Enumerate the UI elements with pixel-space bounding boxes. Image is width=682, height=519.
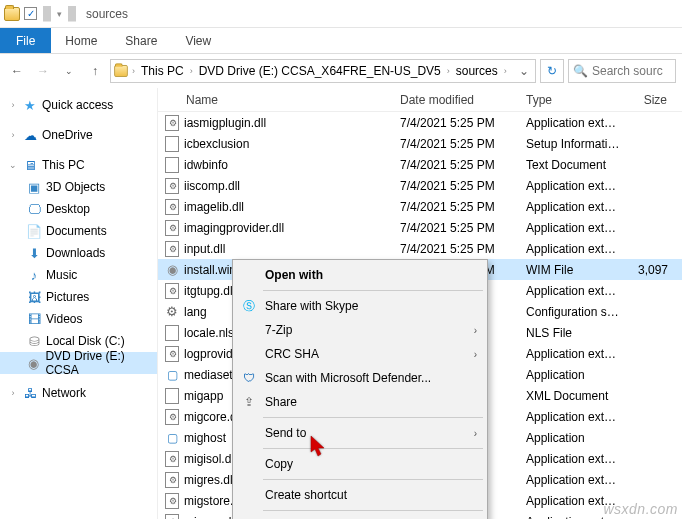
breadcrumb[interactable]: DVD Drive (E:) CCSA_X64FRE_EN-US_DV5 (196, 64, 444, 78)
nav-3d-objects[interactable]: ▣3D Objects (0, 176, 157, 198)
file-row[interactable]: input.dll7/4/2021 5:25 PMApplication ext… (158, 238, 682, 259)
nav-downloads[interactable]: ⬇Downloads (0, 242, 157, 264)
file-type: XML Document (520, 389, 626, 403)
ctx-open-with[interactable]: Open with (235, 263, 485, 287)
search-icon: 🔍 (573, 64, 588, 78)
file-date: 7/4/2021 5:25 PM (394, 242, 520, 256)
file-row[interactable]: idwbinfo7/4/2021 5:25 PMText Document (158, 154, 682, 175)
file-icon (164, 493, 180, 509)
qat-dropdown-icon[interactable]: ▾ (57, 9, 62, 19)
column-headers: Name Date modified Type Size (158, 88, 682, 112)
nav-dvd-drive[interactable]: ◉DVD Drive (E:) CCSA (0, 352, 157, 374)
file-icon (164, 325, 180, 341)
nav-pictures[interactable]: 🖼Pictures (0, 286, 157, 308)
column-date[interactable]: Date modified (394, 93, 520, 107)
chevron-right-icon[interactable]: › (503, 66, 508, 76)
file-type: Application exten... (520, 284, 626, 298)
file-row[interactable]: imagingprovider.dll7/4/2021 5:25 PMAppli… (158, 217, 682, 238)
watermark: wsxdn.com (603, 501, 678, 517)
ctx-properties[interactable]: Properties (235, 514, 485, 519)
file-row[interactable]: iasmigplugin.dll7/4/2021 5:25 PMApplicat… (158, 112, 682, 133)
breadcrumb[interactable]: This PC (138, 64, 187, 78)
chevron-right-icon[interactable]: › (446, 66, 451, 76)
navigation-pane: › ★ Quick access › ☁ OneDrive ⌄ 🖥 This P… (0, 88, 158, 519)
back-button[interactable]: ← (6, 60, 28, 82)
file-name: icbexclusion (184, 137, 249, 151)
tab-share[interactable]: Share (111, 28, 171, 53)
file-date: 7/4/2021 5:25 PM (394, 116, 520, 130)
nav-label: Desktop (46, 202, 90, 216)
file-type: Application exten... (520, 200, 626, 214)
disk-icon: ⛁ (26, 333, 42, 349)
ctx-share-skype[interactable]: ⓈShare with Skype (235, 294, 485, 318)
file-date: 7/4/2021 5:25 PM (394, 200, 520, 214)
desktop-icon: 🖵 (26, 201, 42, 217)
nav-this-pc[interactable]: ⌄ 🖥 This PC (0, 154, 157, 176)
context-menu: Open with ⓈShare with Skype 7-Zip› CRC S… (232, 259, 488, 519)
file-tab[interactable]: File (0, 28, 51, 53)
file-type: Setup Information (520, 137, 626, 151)
forward-button[interactable]: → (32, 60, 54, 82)
address-folder-icon (114, 65, 128, 77)
nav-desktop[interactable]: 🖵Desktop (0, 198, 157, 220)
file-row[interactable]: imagelib.dll7/4/2021 5:25 PMApplication … (158, 196, 682, 217)
nav-label: This PC (42, 158, 85, 172)
nav-label: Music (46, 268, 77, 282)
nav-quick-access[interactable]: › ★ Quick access (0, 94, 157, 116)
chevron-right-icon[interactable]: › (8, 388, 18, 398)
nav-network[interactable]: › 🖧 Network (0, 382, 157, 404)
file-type: Application exten... (520, 347, 626, 361)
column-size[interactable]: Size (626, 93, 674, 107)
file-icon (164, 514, 180, 520)
dvd-icon: ◉ (26, 355, 41, 371)
nav-music[interactable]: ♪Music (0, 264, 157, 286)
ctx-share[interactable]: ⇪Share (235, 390, 485, 414)
chevron-right-icon[interactable]: › (8, 100, 18, 110)
chevron-down-icon[interactable]: ⌄ (8, 160, 18, 170)
file-type: WIM File (520, 263, 626, 277)
file-name: iiscomp.dll (184, 179, 240, 193)
ribbon: File Home Share View (0, 28, 682, 54)
up-button[interactable]: ↑ (84, 60, 106, 82)
nav-onedrive[interactable]: › ☁ OneDrive (0, 124, 157, 146)
tab-view[interactable]: View (171, 28, 225, 53)
file-type: Text Document (520, 158, 626, 172)
file-icon (164, 199, 180, 215)
video-icon: 🎞 (26, 311, 42, 327)
ctx-crc-sha[interactable]: CRC SHA› (235, 342, 485, 366)
file-row[interactable]: icbexclusion7/4/2021 5:25 PMSetup Inform… (158, 133, 682, 154)
ctx-create-shortcut[interactable]: Create shortcut (235, 483, 485, 507)
ctx-send-to[interactable]: Send to› (235, 421, 485, 445)
chevron-right-icon[interactable]: › (131, 66, 136, 76)
nav-label: Downloads (46, 246, 105, 260)
refresh-button[interactable]: ↻ (540, 59, 564, 83)
search-placeholder: Search sourc (592, 64, 663, 78)
tab-home[interactable]: Home (51, 28, 111, 53)
address-dropdown-icon[interactable]: ⌄ (515, 64, 533, 78)
address-bar[interactable]: › This PC › DVD Drive (E:) CCSA_X64FRE_E… (110, 59, 536, 83)
ctx-7zip[interactable]: 7-Zip› (235, 318, 485, 342)
nav-label: Network (42, 386, 86, 400)
recent-dropdown-icon[interactable]: ⌄ (58, 60, 80, 82)
qat-checkbox-icon[interactable]: ✓ (24, 7, 37, 20)
ctx-defender[interactable]: 🛡Scan with Microsoft Defender... (235, 366, 485, 390)
column-type[interactable]: Type (520, 93, 626, 107)
file-date: 7/4/2021 5:25 PM (394, 221, 520, 235)
search-input[interactable]: 🔍 Search sourc (568, 59, 676, 83)
ctx-copy[interactable]: Copy (235, 452, 485, 476)
breadcrumb[interactable]: sources (453, 64, 501, 78)
nav-videos[interactable]: 🎞Videos (0, 308, 157, 330)
address-bar-row: ← → ⌄ ↑ › This PC › DVD Drive (E:) CCSA_… (0, 54, 682, 88)
network-icon: 🖧 (22, 385, 38, 401)
chevron-right-icon[interactable]: › (189, 66, 194, 76)
file-name: input.dll (184, 242, 225, 256)
file-row[interactable]: iiscomp.dll7/4/2021 5:25 PMApplication e… (158, 175, 682, 196)
column-name[interactable]: Name (158, 93, 394, 107)
chevron-right-icon[interactable]: › (8, 130, 18, 140)
file-name: lang (184, 305, 207, 319)
chevron-right-icon: › (474, 325, 477, 336)
nav-label: OneDrive (42, 128, 93, 142)
file-name: itgtupg.dll (184, 284, 235, 298)
download-icon: ⬇ (26, 245, 42, 261)
nav-documents[interactable]: 📄Documents (0, 220, 157, 242)
